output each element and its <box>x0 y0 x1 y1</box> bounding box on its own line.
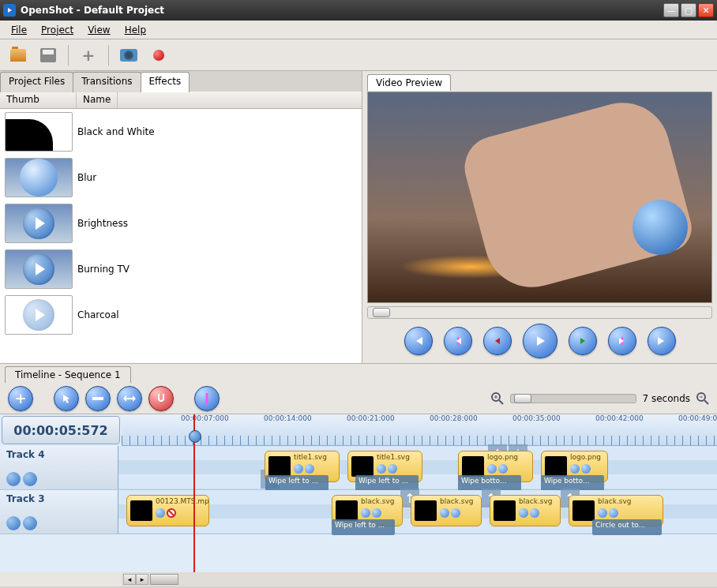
step-back-button[interactable] <box>483 327 512 355</box>
skip-end-button[interactable] <box>648 327 676 355</box>
menu-help[interactable]: Help <box>118 23 152 37</box>
next-marker-button[interactable] <box>608 327 636 355</box>
zoom-slider-thumb[interactable] <box>514 394 531 403</box>
timeline-toolbar: + 7 seconds <box>0 383 717 414</box>
razor-tool-button[interactable] <box>85 386 111 411</box>
scroll-right-button[interactable]: ▸ <box>136 574 148 585</box>
maximize-button[interactable]: ▢ <box>681 3 696 17</box>
timeline-clip[interactable]: 00123.MTS.mp4 <box>126 495 209 526</box>
snap-button[interactable] <box>148 386 174 411</box>
timeline-clip[interactable]: black.svg <box>490 495 561 526</box>
clip-visible-icon[interactable] <box>519 508 528 518</box>
transition-clip[interactable]: Circle out to... <box>592 519 662 535</box>
clip-audio-icon[interactable] <box>451 508 460 518</box>
zoom-slider[interactable] <box>510 394 636 403</box>
zoom-label: 7 seconds <box>643 393 691 404</box>
track-content[interactable]: ↑↑↓ title1.svg title1.svg logo.png logo.… <box>118 446 717 489</box>
track-content[interactable]: ↑↑↑ 00123.MTS.mp4 black.svg black.svg bl… <box>118 490 717 534</box>
scrubber-thumb[interactable] <box>373 308 390 317</box>
scroll-thumb[interactable] <box>150 574 178 585</box>
effects-list-header: Thumb Name <box>0 92 362 109</box>
track-header[interactable]: Track 3 <box>0 490 118 534</box>
clip-label: 00123.MTS.mp4 <box>156 497 209 505</box>
close-button[interactable]: ✕ <box>698 3 714 17</box>
clip-mute-icon[interactable] <box>167 508 176 518</box>
effect-row[interactable]: Charcoal <box>0 292 362 338</box>
menu-project[interactable]: Project <box>35 23 80 37</box>
ruler-tick: 00:00:14:000 <box>264 414 312 422</box>
tab-transitions[interactable]: Transitions <box>73 72 141 92</box>
clip-visible-icon[interactable] <box>440 508 449 518</box>
zoom-in-icon[interactable] <box>491 392 504 405</box>
clip-label: black.svg <box>361 497 394 505</box>
track-audio-button[interactable] <box>23 472 37 486</box>
tab-video-preview[interactable]: Video Preview <box>367 74 451 91</box>
add-marker-button[interactable] <box>194 386 220 411</box>
tab-effects[interactable]: Effects <box>141 72 190 92</box>
video-preview[interactable] <box>367 92 712 303</box>
effect-thumbnail <box>5 249 73 289</box>
clip-visible-icon[interactable] <box>487 464 497 474</box>
effect-row[interactable]: Burning TV <box>0 246 362 292</box>
preview-scrubber[interactable] <box>367 306 712 319</box>
track-audio-button[interactable] <box>23 516 37 530</box>
track-visibility-button[interactable] <box>6 516 21 530</box>
clip-audio-icon[interactable] <box>305 464 314 474</box>
open-button[interactable] <box>6 43 30 67</box>
effect-thumbnail <box>5 112 73 152</box>
clip-audio-icon[interactable] <box>609 508 618 518</box>
menu-file[interactable]: File <box>5 23 33 37</box>
tab-timeline[interactable]: Timeline - Sequence 1 <box>5 366 131 383</box>
add-track-button[interactable]: + <box>8 386 33 411</box>
skip-start-button[interactable] <box>404 327 433 355</box>
save-button[interactable] <box>36 43 60 67</box>
column-name[interactable]: Name <box>77 92 118 108</box>
ruler-scale[interactable]: 00:00:07:00000:00:14:00000:00:21:00000:0… <box>122 414 717 446</box>
timeline-panel: Timeline - Sequence 1 + 7 seconds 00:00:… <box>0 363 717 586</box>
play-button[interactable] <box>523 324 557 358</box>
track-row: Track 4 ↑↑↓ title1.svg title1.svg logo.p… <box>0 446 717 490</box>
effect-row[interactable]: Brightness <box>0 200 362 246</box>
timeline-h-scrollbar[interactable]: ◂ ▸ <box>122 572 717 586</box>
clip-audio-icon[interactable] <box>498 464 508 474</box>
save-icon <box>40 48 56 62</box>
menu-view[interactable]: View <box>81 23 116 37</box>
column-thumb[interactable]: Thumb <box>0 92 77 108</box>
clip-visible-icon[interactable] <box>156 508 165 518</box>
clip-audio-icon[interactable] <box>372 508 381 518</box>
track-visibility-button[interactable] <box>6 472 21 486</box>
transition-clip[interactable]: Wipe left to ... <box>332 519 395 535</box>
tab-project-files[interactable]: Project Files <box>0 72 73 92</box>
clip-visible-icon[interactable] <box>570 464 580 474</box>
playback-controls <box>367 322 712 360</box>
track-header[interactable]: Track 4 <box>0 446 118 489</box>
effect-row[interactable]: Black and White <box>0 109 362 155</box>
clip-visible-icon[interactable] <box>598 508 607 518</box>
prev-marker-button[interactable] <box>444 327 472 355</box>
scroll-left-button[interactable]: ◂ <box>123 574 136 585</box>
resize-tool-button[interactable] <box>117 386 142 411</box>
zoom-out-icon[interactable] <box>696 392 709 405</box>
minimize-button[interactable]: — <box>663 3 679 17</box>
track-name-label: Track 3 <box>6 493 111 504</box>
effect-row[interactable]: Blur <box>0 155 362 200</box>
playhead[interactable] <box>193 414 195 572</box>
clip-audio-icon[interactable] <box>530 508 539 518</box>
clip-thumbnail <box>494 500 516 521</box>
clip-visible-icon[interactable] <box>361 508 370 518</box>
screenshot-button[interactable] <box>117 43 141 67</box>
main-area: Project Files Transitions Effects Thumb … <box>0 71 717 363</box>
transition-clip[interactable]: Wipe left to ... <box>265 475 328 491</box>
plus-icon <box>82 46 96 65</box>
step-forward-button[interactable] <box>569 327 597 355</box>
clip-audio-icon[interactable] <box>581 464 591 474</box>
record-button[interactable] <box>147 43 171 67</box>
import-button[interactable] <box>77 43 100 67</box>
clip-visible-icon[interactable] <box>294 464 303 474</box>
clip-audio-icon[interactable] <box>388 464 397 474</box>
effects-list[interactable]: Black and White Blur Brightness Burning … <box>0 109 362 363</box>
timeline-clip[interactable]: black.svg <box>411 495 482 526</box>
pointer-tool-button[interactable] <box>54 386 79 411</box>
clip-visible-icon[interactable] <box>377 464 386 474</box>
main-toolbar <box>0 39 717 71</box>
